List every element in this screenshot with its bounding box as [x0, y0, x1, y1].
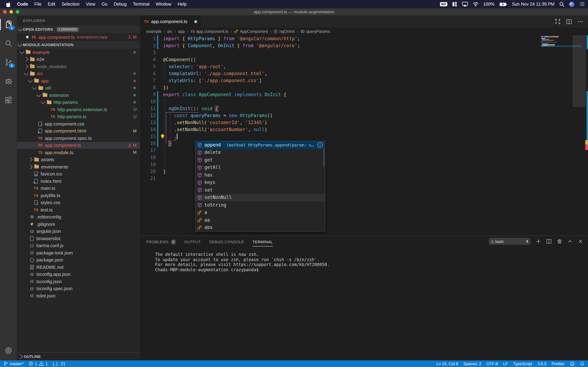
menu-window[interactable]: Window: [153, 2, 174, 7]
suggest-item-get[interactable]: get: [195, 156, 325, 164]
tree-item-polyfills-ts[interactable]: TSpolyfills.ts: [17, 192, 140, 199]
search-icon[interactable]: [0, 36, 17, 50]
breadcrumb-item-appcomponent[interactable]: AppComponent: [234, 29, 268, 34]
suggest-item-set[interactable]: set: [195, 186, 325, 194]
tree-item-environments[interactable]: environments: [17, 163, 140, 170]
breadcrumb-item-src[interactable]: src: [167, 29, 173, 33]
menu-file[interactable]: File: [31, 2, 45, 7]
scrollbar-slider[interactable]: [573, 35, 586, 107]
code-line[interactable]: 1import { HttpParams } from '@angular/co…: [140, 35, 588, 42]
tree-item-tsconfig-json[interactable]: {}tsconfig.json: [17, 278, 140, 285]
spotlight-search-icon[interactable]: [559, 2, 564, 7]
window-tiles-icon[interactable]: [452, 2, 457, 7]
tree-item-app[interactable]: app: [17, 77, 140, 84]
code-line[interactable]: 8}): [140, 84, 588, 91]
suggest-item-delete[interactable]: delete: [195, 149, 325, 156]
code-line[interactable]: 5 selector: 'app-root',: [140, 63, 588, 70]
new-terminal-icon[interactable]: [536, 239, 541, 244]
breadcrumb-item-example[interactable]: example: [146, 29, 162, 33]
apple-menu-icon[interactable]: [6, 1, 11, 7]
code-line[interactable]: 14 .setNonNull('accountNumber', null): [140, 126, 588, 133]
tree-item-app-component-html[interactable]: app.component.htmlM: [17, 127, 140, 134]
suggest-item-aa[interactable]: aa: [195, 216, 325, 224]
tree-item--gitignore[interactable]: .gitignore: [17, 221, 140, 228]
suggest-item-append[interactable]: append(method) HttpParams.append(param: …: [195, 141, 325, 149]
suggest-item-has[interactable]: has: [195, 171, 325, 179]
tree-item-util[interactable]: util: [17, 84, 140, 92]
tree-item-karma-conf-js[interactable]: {}karma.conf.js: [17, 242, 140, 249]
suggest-item-abs[interactable]: abs: [195, 224, 325, 231]
status-item-spaces-2[interactable]: Spaces: 2: [463, 362, 481, 366]
minimize-window-button[interactable]: [9, 10, 13, 14]
breadcrumb-item-app[interactable]: app: [178, 29, 185, 33]
more-actions-icon[interactable]: [578, 19, 583, 24]
notification-center-icon[interactable]: [579, 2, 585, 6]
tree-item-readme-md[interactable]: README.md: [17, 264, 140, 271]
close-window-button[interactable]: [3, 10, 7, 14]
panel-tab-output[interactable]: OUTPUT: [184, 236, 201, 248]
menu-clock[interactable]: Sun Nov 24 11:39 PM: [512, 2, 554, 7]
tree-item--editorconfig[interactable]: .editorconfig: [17, 213, 140, 221]
panel-tab-problems[interactable]: PROBLEMS2: [146, 236, 176, 248]
tree-item-favicon-ico[interactable]: favicon.ico: [17, 170, 140, 178]
tree-item-http-params[interactable]: http-params: [17, 99, 140, 106]
tree-item-app-module-ts[interactable]: TSapp.module.tsM: [17, 149, 140, 156]
code-line[interactable]: 6 templateUrl: './app.component.html',: [140, 70, 588, 77]
lightbulb-icon[interactable]: [160, 134, 165, 139]
close-panel-icon[interactable]: [578, 239, 583, 244]
code-line[interactable]: 7 styleUrls: ['./app.component.css']: [140, 77, 588, 84]
tree-item-app-component-css[interactable]: Aapp.component.css: [17, 120, 140, 127]
status-item-ln-15-col-8[interactable]: Ln 15, Col 8: [436, 362, 458, 366]
debug-icon[interactable]: [0, 74, 17, 88]
status-item-typescript[interactable]: TypeScript: [513, 362, 532, 366]
menu-app[interactable]: Code: [14, 2, 31, 7]
suggest-item-setNonNull[interactable]: setNonNull: [195, 194, 325, 201]
tree-item-index-html[interactable]: index.html: [17, 178, 140, 185]
tree-item-tsconfig-spec-json[interactable]: {}tsconfig.spec.json: [17, 285, 140, 292]
bracket-count-item[interactable]: {..} : 21: [53, 362, 65, 366]
suggest-item-toString[interactable]: toString: [195, 201, 325, 209]
menu-edit[interactable]: Edit: [45, 2, 59, 7]
tree-item-main-ts[interactable]: TSmain.ts: [17, 185, 140, 192]
airplay-display-icon[interactable]: [462, 2, 468, 7]
code-line[interactable]: 10: [140, 98, 588, 105]
status-item-3-6-3[interactable]: 3.6.3: [537, 362, 546, 366]
code-editor[interactable]: 1import { HttpParams } from '@angular/co…: [140, 35, 588, 236]
status-item-utf-8[interactable]: UTF-8: [486, 362, 498, 366]
split-terminal-icon[interactable]: [546, 239, 552, 244]
menu-terminal[interactable]: Terminal: [130, 2, 153, 7]
menu-help[interactable]: Help: [174, 2, 190, 7]
breadcrumb-item-app.component.ts[interactable]: TSapp.component.ts: [190, 29, 228, 34]
settings-gear-icon[interactable]: [0, 344, 17, 358]
kill-terminal-icon[interactable]: [557, 239, 562, 244]
panel-tab-debug-console[interactable]: DEBUG CONSOLE: [209, 236, 244, 248]
problems-item[interactable]: 1 1: [28, 361, 48, 366]
status-item-prettier[interactable]: Prettier: [552, 362, 564, 366]
tree-item-http-params-extension-ts[interactable]: TShttp-params.extension.tsU: [17, 106, 140, 113]
open-editor-item[interactable]: TS app.component.ts example/src/app 2, M: [17, 33, 140, 41]
suggest-item-a[interactable]: a: [195, 209, 325, 216]
suggest-item-getAll[interactable]: getAll: [195, 164, 325, 171]
code-line[interactable]: 3: [140, 49, 588, 56]
tree-item-node-modules[interactable]: node_modules: [17, 63, 140, 70]
open-changes-icon[interactable]: [555, 18, 561, 25]
project-section-header[interactable]: MODULE-AUGMENTATION: [17, 41, 140, 49]
suggest-item-keys[interactable]: keys: [195, 179, 325, 186]
panel-tab-terminal[interactable]: TERMINAL: [252, 236, 273, 248]
tree-item-app-component-ts[interactable]: TSapp.component.ts2, M: [17, 142, 140, 149]
feedback-smiley-icon[interactable]: [570, 361, 575, 366]
tree-item-example[interactable]: example: [17, 49, 140, 56]
explorer-icon[interactable]: 1: [0, 17, 17, 32]
open-editors-header[interactable]: OPEN EDITORS 1 UNSAVED: [17, 25, 140, 33]
terminal-output[interactable]: The default interactive shell is now zsh…: [140, 248, 588, 272]
dirty-dot-icon[interactable]: [194, 20, 197, 23]
tree-item-assets[interactable]: assets: [17, 156, 140, 163]
source-control-icon[interactable]: 5: [0, 55, 17, 69]
maximize-window-button[interactable]: [16, 10, 19, 14]
tree-item-app-component-spec-ts[interactable]: TSapp.component.spec.ts: [17, 134, 140, 142]
collapse-panel-icon[interactable]: [567, 239, 573, 244]
menu-view[interactable]: View: [83, 2, 98, 7]
tree-item-src[interactable]: src: [17, 70, 140, 77]
terminal-shell-select[interactable]: 1: bash: [489, 238, 531, 245]
tree-item-browserslist[interactable]: browserslist: [17, 235, 140, 242]
